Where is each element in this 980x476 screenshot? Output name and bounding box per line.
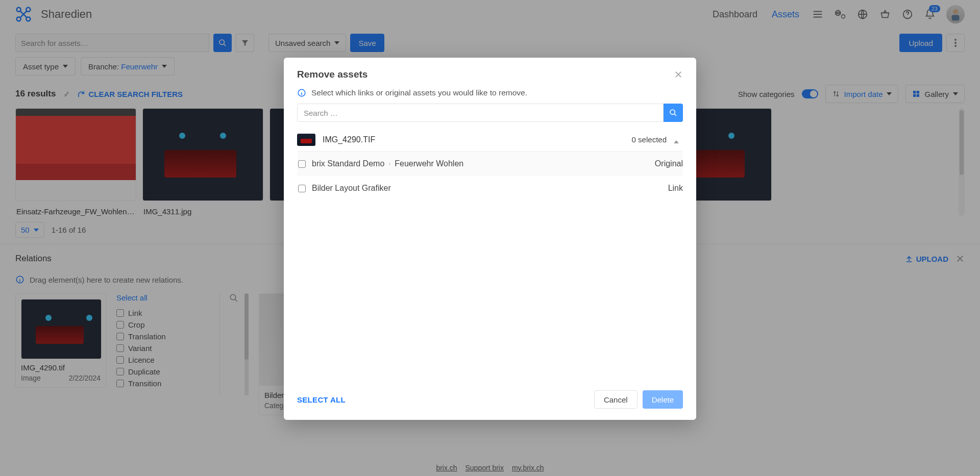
checkbox-icon[interactable] — [298, 185, 306, 192]
svg-point-21 — [670, 110, 675, 114]
modal-row[interactable]: Bilder Layout Grafiker Link — [297, 176, 683, 201]
close-icon — [674, 70, 683, 79]
modal-title: Remove assets — [297, 69, 368, 80]
modal-group-title: IMG_4290.TIF — [323, 135, 625, 144]
modal-group-header[interactable]: IMG_4290.TIF 0 selected — [297, 128, 683, 152]
chevron-right-icon: › — [388, 160, 390, 167]
modal-row-path: brix Standard Demo › Feuerwehr Wohlen — [312, 159, 463, 168]
delete-button[interactable]: Delete — [643, 390, 683, 409]
remove-assets-modal: Remove assets Select which links or orig… — [284, 58, 696, 420]
modal-close-button[interactable] — [674, 70, 683, 79]
modal-select-all-button[interactable]: SELECT ALL — [297, 395, 346, 404]
modal-row-path: Bilder Layout Grafiker — [312, 184, 391, 193]
checkbox-icon[interactable] — [298, 160, 306, 168]
modal-search-input[interactable]: Search … — [297, 104, 664, 122]
modal-group-thumb — [297, 134, 315, 146]
modal-info-text: Select which links or original assets yo… — [311, 88, 527, 97]
info-icon — [297, 88, 306, 97]
modal-search-button[interactable] — [664, 104, 683, 122]
cancel-button[interactable]: Cancel — [594, 390, 638, 409]
modal-row-type: Original — [655, 159, 683, 168]
chevron-up-icon — [674, 135, 683, 144]
modal-selected-count: 0 selected — [632, 135, 667, 144]
modal-row-type: Link — [668, 184, 683, 193]
modal-row[interactable]: brix Standard Demo › Feuerwehr Wohlen Or… — [297, 152, 683, 176]
